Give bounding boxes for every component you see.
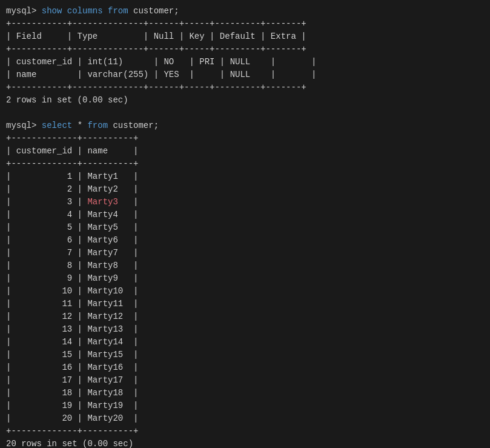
col-row-1: | customer_id | int(11) | NO | PRI | NUL…	[6, 57, 316, 67]
data-row-6: | 6 | Marty6 |	[6, 235, 138, 245]
prompt-select: mysql> select * from customer;	[6, 121, 159, 130]
data-row-20: | 20 | Marty20 |	[6, 413, 138, 423]
result-2: 20 rows in set (0.00 sec)	[6, 439, 133, 448]
data-sep-2: +-------------+----------+	[6, 159, 138, 169]
data-row-14: | 14 | Marty14 |	[6, 337, 138, 347]
data-row-9: | 9 | Marty9 |	[6, 273, 138, 283]
result-1: 2 rows in set (0.00 sec)	[6, 95, 128, 105]
data-row-19: | 19 | Marty19 |	[6, 401, 138, 410]
table-header: | Field | Type | Null | Key | Default | …	[6, 32, 306, 41]
prompt-show-columns: mysql> show columns from customer;	[6, 6, 179, 16]
col-row-2: | name | varchar(255) | YES | | NULL | |	[6, 70, 316, 79]
data-row-12: | 12 | Marty12 |	[6, 312, 138, 321]
data-row-17: | 17 | Marty17 |	[6, 375, 138, 385]
data-sep-3: +-------------+----------+	[6, 426, 138, 436]
data-row-2: | 2 | Marty2 |	[6, 184, 138, 194]
table-sep-1: +-----------+--------------+------+-----…	[6, 19, 306, 28]
data-row-1: | 1 | Marty1 |	[6, 172, 138, 181]
data-row-5: | 5 | Marty5 |	[6, 222, 138, 232]
data-row-4: | 4 | Marty4 |	[6, 210, 138, 219]
data-row-18: | 18 | Marty18 |	[6, 388, 138, 398]
terminal: mysql> show columns from customer; +----…	[0, 0, 490, 448]
data-row-13: | 13 | Marty13 |	[6, 324, 138, 334]
data-header: | customer_id | name |	[6, 146, 138, 156]
table-sep-2: +-----------+--------------+------+-----…	[6, 44, 306, 54]
data-row-16: | 16 | Marty16 |	[6, 363, 138, 372]
data-row-7: | 7 | Marty7 |	[6, 248, 138, 258]
data-row-3: | 3 | Marty3 |	[6, 197, 138, 207]
data-row-8: | 8 | Marty8 |	[6, 261, 138, 270]
data-row-15: | 15 | Marty15 |	[6, 350, 138, 359]
data-row-11: | 11 | Marty11 |	[6, 299, 138, 309]
data-row-10: | 10 | Marty10 |	[6, 286, 138, 296]
table-sep-3: +-----------+--------------+------+-----…	[6, 82, 306, 92]
terminal-content: mysql> show columns from customer; +----…	[6, 5, 484, 448]
data-sep-1: +-------------+----------+	[6, 133, 138, 143]
